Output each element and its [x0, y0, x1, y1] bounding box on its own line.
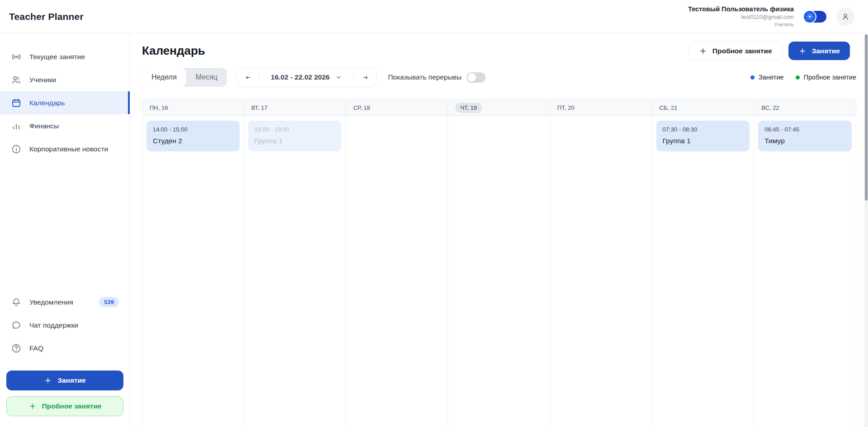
scrollbar-thumb[interactable]	[865, 34, 868, 201]
finance-icon	[11, 121, 22, 131]
sidebar-item-label: Ученики	[29, 76, 56, 84]
sidebar-item-students[interactable]: Ученики	[0, 68, 130, 91]
legend-label: Занятие	[759, 74, 784, 81]
main-content: Календарь Пробное занятие Занятие Неделя…	[130, 33, 868, 427]
sidebar-item-label: Корпоративные новости	[29, 145, 108, 153]
view-month-button[interactable]: Месяц	[186, 68, 227, 87]
day-label: ЧТ, 19	[455, 103, 482, 113]
day-column: 18:00 - 19:00Группа 1	[244, 116, 346, 427]
day-column: 06:45 - 07:45Тимур	[754, 116, 856, 427]
calendar-header-row: ПН, 16ВТ, 17СР, 18ЧТ, 19ПТ, 20СБ, 21ВС, …	[142, 99, 856, 116]
calendar-body-row: 14:00 - 15:00Студен 218:00 - 19:00Группа…	[142, 116, 856, 427]
legend-dot-icon	[796, 75, 800, 80]
sidebar-item-corporate-news[interactable]: Корпоративные новости	[0, 137, 130, 160]
day-column	[448, 116, 550, 427]
plus-icon	[28, 402, 37, 410]
title-actions: Пробное занятие Занятие	[689, 42, 850, 60]
sidebar: Текущее занятиеУченикиКалендарьФинансыКо…	[0, 33, 130, 427]
calendar-grid: ПН, 16ВТ, 17СР, 18ЧТ, 19ПТ, 20СБ, 21ВС, …	[142, 99, 856, 427]
day-header: ЧТ, 19	[448, 99, 550, 116]
plus-icon	[44, 376, 52, 385]
legend-dot-icon	[750, 75, 755, 80]
broadcast-icon	[11, 52, 22, 62]
sidebar-item-notifications[interactable]: Уведомления539	[0, 291, 130, 314]
sun-icon	[803, 10, 816, 23]
chat-icon	[11, 320, 22, 331]
theme-toggle[interactable]	[803, 10, 826, 23]
sidebar-add-lesson-button[interactable]: Занятие	[6, 371, 123, 390]
sidebar-item-current-lesson[interactable]: Текущее занятие	[0, 45, 130, 68]
user-email: test0110@gmail.com	[688, 14, 794, 21]
person-icon	[840, 12, 850, 22]
controls-row: Неделя Месяц 16.02 - 22.02 2026	[142, 68, 856, 87]
day-column	[346, 116, 448, 427]
sidebar-item-calendar[interactable]: Календарь	[0, 91, 130, 114]
body: Текущее занятиеУченикиКалендарьФинансыКо…	[0, 33, 868, 427]
date-navigation: 16.02 - 22.02 2026	[237, 68, 376, 87]
title-row: Календарь Пробное занятие Занятие	[142, 42, 856, 60]
user-info: Тестовый Пользователь физика test0110@gm…	[688, 5, 794, 28]
add-trial-lesson-button[interactable]: Пробное занятие	[689, 42, 782, 60]
sidebar-add-trial-button[interactable]: Пробное занятие	[6, 396, 123, 416]
legend-item: Занятие	[750, 74, 784, 81]
sidebar-item-support-chat[interactable]: Чат поддержки	[0, 314, 130, 337]
arrow-right-icon	[362, 74, 369, 81]
arrow-left-icon	[244, 74, 252, 81]
add-trial-lesson-label: Пробное занятие	[712, 47, 772, 55]
sidebar-item-label: FAQ	[29, 344, 43, 352]
event-title: Студен 2	[153, 137, 233, 145]
bell-icon	[11, 297, 22, 308]
event-time: 18:00 - 19:00	[255, 126, 335, 133]
info-icon	[11, 144, 22, 155]
user-area: Тестовый Пользователь физика test0110@gm…	[688, 5, 854, 28]
event-card[interactable]: 14:00 - 15:00Студен 2	[146, 121, 240, 151]
event-title: Тимур	[764, 137, 845, 145]
date-range-dropdown[interactable]: 16.02 - 22.02 2026	[259, 68, 354, 87]
day-header: ВТ, 17	[244, 99, 346, 116]
app-root: Teacher Planner Тестовый Пользователь фи…	[0, 0, 868, 427]
plus-icon	[798, 47, 807, 55]
add-lesson-label: Занятие	[812, 47, 840, 55]
next-week-button[interactable]	[354, 68, 376, 87]
view-switcher: Неделя Месяц	[142, 68, 227, 87]
day-label: ПТ, 20	[557, 104, 575, 111]
day-header: СБ, 21	[652, 99, 755, 116]
day-column: 07:30 - 08:30Группа 1	[652, 116, 755, 427]
add-lesson-button[interactable]: Занятие	[788, 42, 850, 60]
topbar: Teacher Planner Тестовый Пользователь фи…	[0, 0, 868, 33]
day-label: ВТ, 17	[251, 104, 268, 111]
question-icon	[11, 343, 22, 354]
sidebar-item-label: Чат поддержки	[29, 321, 78, 329]
day-header: СР, 18	[346, 99, 448, 116]
legend-item: Пробное занятие	[796, 74, 856, 81]
event-title: Группа 1	[663, 137, 744, 145]
event-time: 06:45 - 07:45	[764, 126, 845, 133]
user-name: Тестовый Пользователь физика	[688, 5, 794, 13]
sidebar-add-lesson-label: Занятие	[57, 376, 85, 385]
date-range-label: 16.02 - 22.02 2026	[271, 73, 330, 81]
calendar-icon	[11, 98, 22, 108]
event-card[interactable]: 18:00 - 19:00Группа 1	[248, 121, 342, 151]
event-card[interactable]: 07:30 - 08:30Группа 1	[656, 121, 750, 151]
show-breaks-toggle[interactable]	[467, 72, 486, 83]
legend: ЗанятиеПробное занятие	[750, 74, 856, 81]
students-icon	[11, 75, 22, 85]
sidebar-footer: Уведомления539Чат поддержкиFAQ Занятие П…	[0, 291, 130, 427]
show-breaks-control: Показывать перерывы	[388, 72, 486, 83]
event-card[interactable]: 06:45 - 07:45Тимур	[758, 121, 852, 151]
sidebar-item-label: Уведомления	[29, 298, 73, 306]
show-breaks-label: Показывать перерывы	[388, 73, 462, 81]
app-logo: Teacher Planner	[9, 11, 84, 22]
view-week-button[interactable]: Неделя	[142, 68, 186, 87]
day-label: ПН, 16	[150, 104, 168, 111]
day-header: ПН, 16	[142, 99, 244, 116]
day-label: ВС, 22	[761, 104, 779, 111]
day-label: СБ, 21	[660, 104, 678, 111]
sidebar-item-faq[interactable]: FAQ	[0, 337, 130, 360]
sidebar-item-finance[interactable]: Финансы	[0, 114, 130, 137]
legend-label: Пробное занятие	[804, 74, 856, 81]
plus-icon	[699, 47, 707, 55]
avatar[interactable]	[836, 8, 854, 26]
day-column	[550, 116, 652, 427]
prev-week-button[interactable]	[237, 68, 259, 87]
